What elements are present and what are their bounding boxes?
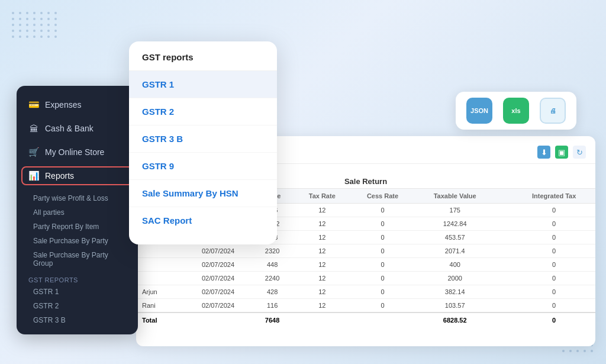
- footer-date: [185, 313, 251, 327]
- table-row: 02/07/2024 448 12 0 400 0: [136, 258, 595, 272]
- col-extra: [495, 189, 513, 204]
- gst-item-gstr3b[interactable]: GSTR 3 B: [129, 125, 277, 153]
- footer-integrated-tax: 0: [512, 313, 595, 327]
- gst-item-gstr2[interactable]: GSTR 2: [129, 98, 277, 125]
- sidebar: 💳 Expenses 🏛 Cash & Bank 🛒 My Online Sto…: [17, 86, 138, 334]
- toolbar-icons: ⬇ ▣ ↻: [537, 146, 586, 159]
- cell-extra: [495, 217, 513, 231]
- sidebar-item-my-online-store[interactable]: 🛒 My Online Store: [17, 140, 138, 164]
- cell-extra: [495, 299, 513, 313]
- cell-value: 116: [251, 299, 294, 313]
- col-tax-rate: Tax Rate: [294, 189, 350, 204]
- cell-taxable-value: 400: [415, 258, 495, 272]
- cell-tax-rate: 12: [294, 272, 350, 285]
- sidebar-sub-sale-purchase-by-party-group[interactable]: Sale Purchase By Party Group: [17, 248, 138, 270]
- cell-date: 02/07/2024: [185, 285, 251, 299]
- cell-date: 02/07/2024: [185, 258, 251, 272]
- cell-name: Arjun: [136, 285, 185, 299]
- xls-export-button[interactable]: xls: [503, 98, 529, 124]
- cell-extra: [495, 285, 513, 299]
- table-row: Arjun 02/07/2024 428 12 0 382.14 0: [136, 285, 595, 299]
- cell-taxable-value: 103.57: [415, 299, 495, 313]
- cash-bank-icon: 🏛: [28, 123, 39, 134]
- cell-date: 02/07/2024: [185, 299, 251, 313]
- sidebar-item-my-online-store-label: My Online Store: [45, 147, 104, 157]
- table-row: 02/07/2024 2320 12 0 2071.4 0: [136, 244, 595, 258]
- sidebar-sub-gstr3b[interactable]: GSTR 3 B: [17, 313, 138, 327]
- cell-tax-rate: 12: [294, 231, 350, 244]
- cell-extra: [495, 258, 513, 272]
- sidebar-sub-party-profit-loss[interactable]: Party wise Profit & Loss: [17, 191, 138, 205]
- cell-cess-rate: 0: [350, 299, 414, 313]
- cell-integrated-tax: 0: [512, 231, 595, 244]
- cell-tax-rate: 12: [294, 204, 350, 217]
- toolbar-icon-blue[interactable]: ⬇: [537, 146, 550, 159]
- table-footer-row: Total 7648 6828.52 0: [136, 313, 595, 327]
- cell-extra: [495, 231, 513, 244]
- sidebar-sub-party-report-by-item[interactable]: Party Report By Item: [17, 220, 138, 234]
- cell-value: 428: [251, 285, 294, 299]
- cell-name: [136, 272, 185, 285]
- sidebar-item-reports[interactable]: 📊 Reports: [17, 164, 138, 188]
- footer-taxable-value: 6828.52: [415, 313, 495, 327]
- print-icon: 🖨: [550, 107, 556, 114]
- col-cess-rate: Cess Rate: [350, 189, 414, 204]
- cell-tax-rate: 12: [294, 244, 350, 258]
- cell-extra: [495, 272, 513, 285]
- cell-name: Rani: [136, 299, 185, 313]
- cell-cess-rate: 0: [350, 258, 414, 272]
- reports-icon: 📊: [28, 170, 39, 181]
- cell-cess-rate: 0: [350, 272, 414, 285]
- cell-integrated-tax: 0: [512, 258, 595, 272]
- toolbar-icon-green[interactable]: ▣: [555, 146, 568, 159]
- sidebar-sub-gstr1[interactable]: GSTR 1: [17, 285, 138, 299]
- cell-tax-rate: 12: [294, 299, 350, 313]
- cell-taxable-value: 1242.84: [415, 217, 495, 231]
- cell-tax-rate: 12: [294, 285, 350, 299]
- footer-cess-rate: [350, 313, 414, 327]
- sidebar-sub-gstr2[interactable]: GSTR 2: [17, 299, 138, 313]
- sidebar-sub-all-parties[interactable]: All parties: [17, 205, 138, 220]
- sidebar-item-cash-bank-label: Cash & Bank: [45, 124, 94, 133]
- cell-cess-rate: 0: [350, 244, 414, 258]
- cell-tax-rate: 12: [294, 217, 350, 231]
- gst-item-gstr1[interactable]: GSTR 1: [129, 71, 277, 98]
- cell-cess-rate: 0: [350, 204, 414, 217]
- table-row: Rani 02/07/2024 116 12 0 103.57 0: [136, 299, 595, 313]
- sidebar-item-reports-label: Reports: [45, 171, 74, 181]
- toolbar-icon-light[interactable]: ↻: [573, 146, 586, 159]
- cell-integrated-tax: 0: [512, 285, 595, 299]
- cell-extra: [495, 244, 513, 258]
- print-button[interactable]: 🖨: [540, 98, 566, 124]
- cell-cess-rate: 0: [350, 231, 414, 244]
- cell-name: [136, 244, 185, 258]
- gst-item-sac-report[interactable]: SAC Report: [129, 207, 277, 234]
- sidebar-item-expenses-label: Expenses: [45, 100, 81, 109]
- gst-dropdown-panel: GST reports GSTR 1 GSTR 2 GSTR 3 B GSTR …: [129, 41, 277, 244]
- cell-extra: [495, 204, 513, 217]
- cell-taxable-value: 175: [415, 204, 495, 217]
- cell-date: 02/07/2024: [185, 272, 251, 285]
- gst-panel-title: GST reports: [129, 52, 277, 71]
- cell-taxable-value: 453.57: [415, 231, 495, 244]
- sidebar-sub-sale-purchase-by-party[interactable]: Sale Purchase By Party: [17, 234, 138, 248]
- json-export-button[interactable]: JSON: [466, 98, 492, 124]
- sidebar-item-expenses[interactable]: 💳 Expenses: [17, 93, 138, 117]
- cell-taxable-value: 2071.4: [415, 244, 495, 258]
- cell-integrated-tax: 0: [512, 217, 595, 231]
- gst-item-gstr9[interactable]: GSTR 9: [129, 153, 277, 180]
- cell-value: 2320: [251, 244, 294, 258]
- table-row: 02/07/2024 2240 12 0 2000 0: [136, 272, 595, 285]
- footer-tax-rate: [294, 313, 350, 327]
- gst-item-sale-summary-by-hsn[interactable]: Sale Summary By HSN: [129, 180, 277, 207]
- cell-cess-rate: 0: [350, 217, 414, 231]
- col-taxable-value: Taxable Value: [415, 189, 495, 204]
- cell-integrated-tax: 0: [512, 299, 595, 313]
- cell-name: [136, 258, 185, 272]
- cell-integrated-tax: 0: [512, 272, 595, 285]
- sidebar-item-cash-bank[interactable]: 🏛 Cash & Bank: [17, 117, 138, 140]
- cell-integrated-tax: 0: [512, 204, 595, 217]
- col-integrated-tax: Integrated Tax: [512, 189, 595, 204]
- cell-tax-rate: 12: [294, 258, 350, 272]
- footer-value: 7648: [251, 313, 294, 327]
